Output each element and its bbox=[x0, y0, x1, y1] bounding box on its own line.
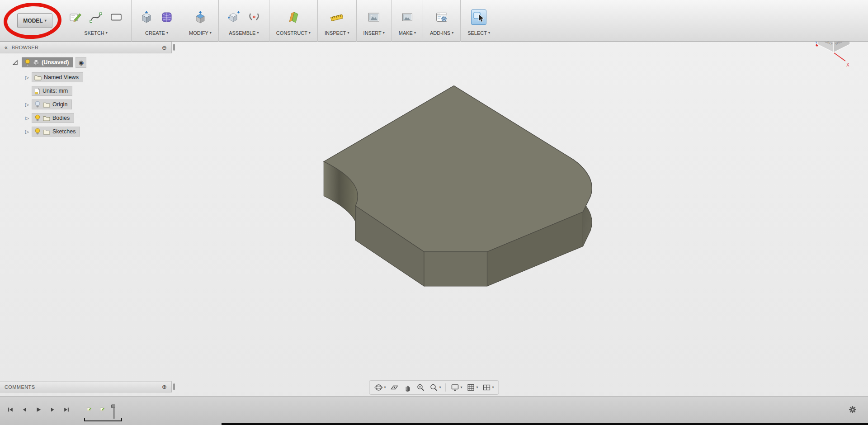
skip-to-end-icon bbox=[63, 406, 70, 413]
scripts-addins-icon bbox=[435, 10, 448, 24]
look-at-button[interactable] bbox=[388, 382, 401, 393]
toolbar-group-select: SELECT ▾ bbox=[460, 0, 497, 42]
toolbar: MODEL ▾ bbox=[0, 0, 868, 42]
new-component-button[interactable] bbox=[226, 9, 242, 25]
extrude-icon bbox=[140, 10, 153, 24]
viewports-button[interactable]: ▾ bbox=[481, 382, 496, 393]
add-ins-button[interactable] bbox=[434, 9, 450, 25]
timeline-playback-controls bbox=[5, 404, 72, 416]
group-label: INSPECT bbox=[325, 30, 346, 36]
sketch-spline-button[interactable] bbox=[88, 9, 104, 25]
new-component-icon bbox=[227, 10, 241, 24]
model-front-face[interactable] bbox=[424, 252, 487, 286]
toolbar-group-inspect: INSPECT ▾ bbox=[317, 0, 356, 42]
browser-resize-handle[interactable] bbox=[173, 44, 175, 51]
component-cube-icon bbox=[33, 59, 39, 66]
create-sketch-button[interactable] bbox=[67, 9, 84, 25]
gear-icon bbox=[848, 405, 857, 414]
timeline-settings-button[interactable] bbox=[848, 405, 857, 414]
go-to-end-button[interactable] bbox=[61, 404, 72, 416]
insert-menu[interactable]: INSERT ▾ bbox=[363, 30, 385, 36]
insert-button[interactable] bbox=[366, 9, 382, 25]
expander-icon[interactable]: ▷ bbox=[23, 102, 32, 108]
make-button[interactable] bbox=[399, 9, 415, 25]
tree-item-root-component[interactable]: (Unsaved) bbox=[22, 57, 73, 67]
extrude-button[interactable] bbox=[138, 9, 155, 25]
timeline-sketch-feature-1[interactable] bbox=[84, 404, 94, 414]
inspect-menu[interactable]: INSPECT ▾ bbox=[325, 30, 349, 36]
step-forward-icon bbox=[49, 406, 56, 413]
modify-menu[interactable]: MODIFY ▾ bbox=[189, 30, 212, 36]
display-settings-button[interactable]: ▾ bbox=[448, 382, 464, 393]
add-comment-icon[interactable]: ⊕ bbox=[162, 384, 167, 390]
group-label: MODIFY bbox=[189, 30, 208, 36]
tree-row-root: (Unsaved) ◉ bbox=[0, 57, 86, 68]
play-button[interactable] bbox=[33, 404, 44, 416]
tree-item-units[interactable]: Units: mm bbox=[32, 86, 72, 96]
tree-item-named-views[interactable]: Named Views bbox=[32, 72, 83, 82]
assemble-menu[interactable]: ASSEMBLE ▾ bbox=[229, 30, 259, 36]
timeline-sketch-feature-2[interactable] bbox=[97, 404, 107, 414]
tree-item-label: Bodies bbox=[52, 115, 70, 121]
collapse-panel-icon[interactable]: « bbox=[5, 45, 8, 50]
root-expander-icon[interactable] bbox=[12, 59, 18, 66]
expander-icon[interactable]: ▷ bbox=[23, 129, 32, 135]
visibility-bulb-icon[interactable] bbox=[24, 59, 31, 66]
zoom-fit-button[interactable] bbox=[414, 382, 427, 393]
toolbar-group-sketch: SKETCH ▾ bbox=[61, 0, 131, 42]
construction-plane-icon bbox=[287, 10, 300, 24]
comments-resize-handle[interactable] bbox=[173, 383, 175, 390]
zoom-button[interactable]: ▾ bbox=[427, 382, 443, 393]
chevron-down-icon: ▾ bbox=[210, 31, 212, 35]
create-menu[interactable]: CREATE ▾ bbox=[145, 30, 168, 36]
create-form-button[interactable] bbox=[159, 9, 175, 25]
measure-button[interactable] bbox=[329, 9, 345, 25]
sketch-menu[interactable]: SKETCH ▾ bbox=[84, 30, 108, 36]
visibility-bulb-off-icon[interactable] bbox=[34, 101, 41, 109]
expander-icon[interactable]: ▷ bbox=[23, 75, 32, 80]
visibility-bulb-icon[interactable] bbox=[34, 114, 41, 122]
chevron-down-icon: ▾ bbox=[383, 31, 385, 35]
group-label: ADD-INS bbox=[430, 30, 450, 36]
sketch-rectangle-button[interactable] bbox=[108, 9, 124, 25]
create-sketch-icon bbox=[69, 10, 82, 24]
visibility-bulb-icon[interactable] bbox=[34, 128, 41, 136]
go-to-start-button[interactable] bbox=[5, 404, 16, 416]
minimize-panel-icon[interactable]: ⊖ bbox=[162, 45, 167, 51]
tree-item-bodies[interactable]: Bodies bbox=[32, 113, 74, 123]
spline-icon bbox=[89, 10, 103, 24]
ribbon: SKETCH ▾ bbox=[61, 0, 497, 42]
workspace-switcher-button[interactable]: MODEL ▾ bbox=[17, 13, 52, 28]
timeline-bar bbox=[0, 396, 868, 425]
construct-menu[interactable]: CONSTRUCT ▾ bbox=[276, 30, 311, 36]
step-forward-button[interactable] bbox=[47, 404, 58, 416]
chevron-down-icon: ▾ bbox=[106, 31, 108, 35]
folder-icon bbox=[34, 75, 42, 80]
timeline-position-marker[interactable] bbox=[110, 404, 118, 420]
add-ins-menu[interactable]: ADD-INS ▾ bbox=[430, 30, 453, 36]
tree-item-sketches[interactable]: Sketches bbox=[32, 127, 80, 137]
chevron-down-icon: ▾ bbox=[348, 31, 349, 35]
make-menu[interactable]: MAKE ▾ bbox=[399, 30, 416, 36]
construct-plane-button[interactable] bbox=[285, 9, 302, 25]
chevron-down-icon: ▾ bbox=[488, 31, 490, 35]
grid-snap-button[interactable]: ▾ bbox=[465, 382, 480, 393]
select-button[interactable] bbox=[471, 9, 486, 25]
select-menu[interactable]: SELECT ▾ bbox=[467, 30, 490, 36]
folder-icon bbox=[43, 129, 50, 135]
expander-icon[interactable]: ▷ bbox=[23, 115, 32, 121]
pan-button[interactable] bbox=[401, 382, 414, 393]
tree-item-label: Sketches bbox=[52, 128, 75, 135]
step-back-button[interactable] bbox=[19, 404, 30, 416]
chevron-down-icon: ▾ bbox=[45, 19, 47, 23]
activate-component-icon[interactable]: ◉ bbox=[75, 57, 86, 68]
group-label: MAKE bbox=[399, 30, 413, 36]
group-label: CREATE bbox=[145, 30, 165, 36]
press-pull-button[interactable] bbox=[192, 9, 208, 25]
3d-model-canvas[interactable] bbox=[0, 0, 868, 425]
tree-item-origin[interactable]: Origin bbox=[32, 99, 72, 109]
orbit-button[interactable]: ▾ bbox=[372, 382, 387, 393]
tree-item-label: Origin bbox=[52, 101, 67, 108]
joint-button[interactable] bbox=[246, 9, 262, 25]
tree-item-label: Named Views bbox=[44, 74, 79, 80]
